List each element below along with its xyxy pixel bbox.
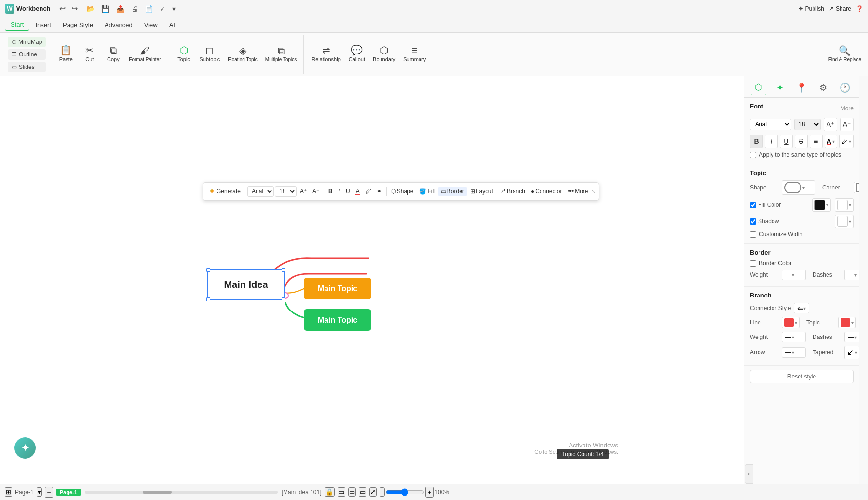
branch-weight-selector[interactable]: —▾ [782,332,806,342]
shape-button[interactable]: ⬡ Shape [389,187,416,196]
panel-tab-ai[interactable]: ✦ [773,80,788,95]
text-color-dropdown[interactable]: A ▾ [825,135,837,148]
font-family-select[interactable]: Arial [247,186,274,197]
boundary-button[interactable]: ⬡ Boundary [370,43,398,65]
font-color-button[interactable]: A [353,187,362,196]
zoom-slider[interactable] [386,488,424,496]
shadow-color-dropdown[interactable]: ▾ [835,215,854,228]
dropdown-button[interactable]: ▾ [170,4,177,14]
find-replace-button[interactable]: 🔍 Find & Replace [826,44,864,65]
reset-style-button[interactable]: Reset style [750,370,854,383]
fill-color-checkbox[interactable] [750,202,756,208]
menu-view[interactable]: View [138,19,163,30]
border-dashes-selector[interactable]: —▾ [844,270,859,280]
branch-line-color[interactable]: ▾ [782,317,800,328]
strike-btn-panel[interactable]: S [795,135,808,148]
italic-btn-panel[interactable]: I [765,135,778,148]
zoom-out-button[interactable]: − [380,487,385,497]
connector-button[interactable]: ● Connector [529,187,565,196]
text-color-btn[interactable]: ✒ [375,187,384,196]
underline-button[interactable]: U [343,187,353,196]
zoom-in-button[interactable]: ＋ [425,487,434,498]
font-increase-btn[interactable]: A⁺ [824,118,837,131]
generate-button[interactable]: ✦ Generate [206,185,243,198]
border-weight-selector[interactable]: —▾ [782,270,806,280]
paste-button[interactable]: 📋 Paste [55,43,77,65]
border-color-checkbox[interactable] [750,260,756,267]
print-button[interactable]: 🖨 [129,4,140,14]
decrease-font-button[interactable]: A⁻ [310,187,322,196]
page-tag[interactable]: Page-1 [56,489,81,496]
increase-font-button[interactable]: A⁺ [298,187,309,196]
save-button[interactable]: 💾 [99,4,111,14]
font-size-select[interactable]: 18 14 16 20 24 [275,186,297,197]
export-button[interactable]: 📤 [114,4,126,14]
font-decrease-btn[interactable]: A⁻ [840,118,854,131]
panel-font-family[interactable]: Arial [750,119,791,130]
panel-tab-style[interactable]: ⬡ [751,80,766,95]
new-button[interactable]: 📄 [143,4,155,14]
copy-button[interactable]: ⧉ Copy [102,43,124,65]
panel-font-size[interactable]: 18 [794,119,821,130]
fill-button[interactable]: 🪣 Fill [417,187,437,196]
highlight-button[interactable]: 🖊 [363,187,374,196]
branch-dashes-selector[interactable]: —▾ [844,332,859,342]
align-btn-panel[interactable]: ≡ [810,135,823,148]
open-button[interactable]: 📂 [84,4,96,14]
underline-btn-panel[interactable]: U [780,135,793,148]
redo-button[interactable]: ↪ [69,3,80,14]
menu-page-style[interactable]: Page Style [57,19,99,30]
relationship-button[interactable]: ⇌ Relationship [309,43,344,65]
layout-button[interactable]: ⊞ Layout [468,187,496,196]
summary-button[interactable]: ≡ Summary [400,43,429,65]
highlight-color-dropdown[interactable]: 🖊 ▾ [839,135,854,148]
floating-topic-button[interactable]: ◈ Floating Topic [225,44,260,65]
branch-tapered-selector[interactable]: ↙ ▾ [844,346,859,359]
italic-button[interactable]: I [336,187,342,196]
bold-btn-panel[interactable]: B [750,135,763,148]
status-scrollbar[interactable] [85,491,278,494]
menu-ai[interactable]: AI [163,19,181,30]
checkmark-button[interactable]: ✓ [158,4,167,14]
callout-button[interactable]: 💬 Callout [346,43,368,65]
resize-handle[interactable]: ⤡ [591,189,596,194]
view-mode-3[interactable]: ▭ [359,487,366,497]
view-mode-2[interactable]: ▭ [348,487,356,497]
menu-insert[interactable]: Insert [29,19,57,30]
panel-collapse-button[interactable]: › [745,464,753,484]
lock-button[interactable]: 🔒 [325,487,335,497]
apply-same-checkbox[interactable] [750,152,756,158]
share-button[interactable]: ↗ Share [829,5,851,12]
menu-advanced[interactable]: Advanced [99,19,138,30]
selection-handle-bl[interactable] [206,297,210,301]
view-mode-1[interactable]: ▭ [338,487,345,497]
grid-button[interactable]: ⊞ [5,487,12,497]
undo-button[interactable]: ↩ [57,3,68,14]
more-button[interactable]: ••• More [566,187,591,196]
selection-handle-tr[interactable] [282,268,285,272]
topic-button[interactable]: ⬡ Topic [173,43,195,65]
main-topic-orange-node[interactable]: Main Topic [304,278,371,299]
branch-topic-color[interactable]: ▾ [838,317,856,328]
font-more-link[interactable]: More [841,105,854,112]
publish-button[interactable]: ✈ Publish [799,5,824,12]
panel-tab-settings[interactable]: ⚙ [815,80,831,95]
slides-view-button[interactable]: ▭ Slides [8,62,46,72]
subtopic-button[interactable]: ◻ Subtopic [197,43,223,65]
branch-arrow-selector[interactable]: —▾ [782,347,806,358]
menu-start[interactable]: Start [5,19,29,31]
fill-color-dropdown[interactable]: ▾ [812,198,831,212]
selection-handle-br[interactable] [282,297,285,301]
selection-handle-tl[interactable] [206,268,210,272]
multiple-topics-button[interactable]: ⧉ Multiple Topics [262,44,299,65]
main-topic-green-node[interactable]: Main Topic [304,309,371,331]
help-button[interactable]: ❓ [856,5,863,12]
branch-button[interactable]: ⎇ Branch [497,187,528,196]
bold-button[interactable]: B [326,187,335,196]
shadow-checkbox[interactable] [750,218,756,225]
panel-tab-location[interactable]: 📍 [794,80,809,95]
fill-color-right-dropdown[interactable]: ▾ [835,198,854,212]
connector-style-selector[interactable]: ⇐▾ [794,303,809,313]
format-painter-button[interactable]: 🖌 Format Painter [126,44,163,65]
bottom-logo[interactable]: ✦ [14,437,36,459]
